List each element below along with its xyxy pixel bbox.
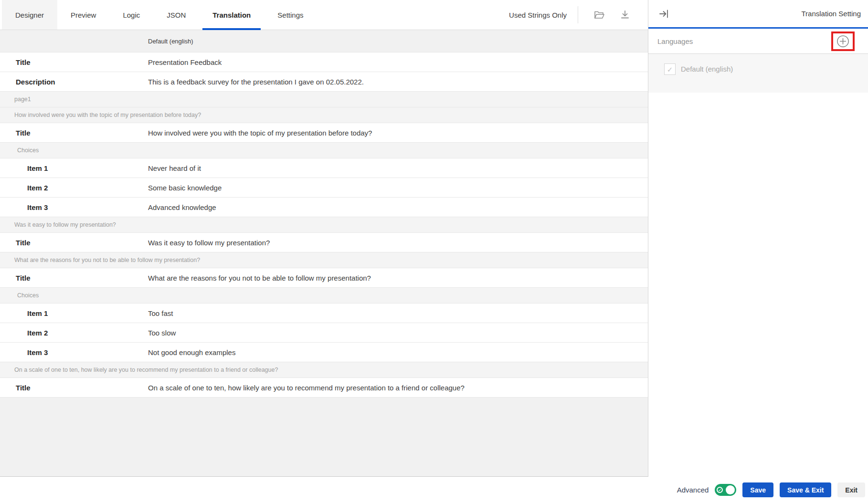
translation-row: Item 1Never heard of it: [0, 158, 648, 178]
group-label: How involved were you with the topic of …: [14, 112, 201, 118]
language-checkbox[interactable]: ✓: [664, 63, 676, 75]
survey-creator-app: DesignerPreviewLogicJSONTranslationSetti…: [0, 0, 868, 503]
group-label: On a scale of one to ten, how likely are…: [14, 367, 278, 373]
group-label: What are the reasons for you not to be a…: [14, 257, 200, 263]
row-label: Title: [0, 58, 148, 66]
translation-value-cell[interactable]: Advanced knowledge: [148, 203, 648, 211]
row-label: Item 2: [0, 184, 148, 192]
translation-row: TitleWas it easy to follow my presentati…: [0, 233, 648, 252]
tabs: DesignerPreviewLogicJSONTranslationSetti…: [2, 0, 317, 30]
toggle-knob: [726, 485, 735, 494]
translation-row: Item 3Not good enough examples: [0, 343, 648, 362]
translation-row: Item 3Advanced knowledge: [0, 198, 648, 217]
translation-value-cell[interactable]: Some basic knowledge: [148, 184, 648, 192]
translation-value-cell[interactable]: Not good enough examples: [148, 348, 648, 356]
collapse-panel-icon[interactable]: [658, 8, 669, 20]
exit-button[interactable]: Exit: [837, 482, 865, 497]
footer-bar: Advanced ✓ Save Save & Exit Exit: [0, 477, 868, 503]
translation-value-cell[interactable]: Was it easy to follow my presentation?: [148, 239, 648, 247]
group-label: page1: [14, 96, 31, 103]
group-label: Choices: [17, 292, 39, 299]
row-label: Item 2: [0, 329, 148, 337]
translation-value-cell[interactable]: On a scale of one to ten, how likely are…: [148, 384, 648, 392]
translation-value-cell[interactable]: Too fast: [148, 309, 648, 317]
translation-group-row: What are the reasons for you not to be a…: [0, 252, 648, 268]
translation-row: DescriptionThis is a feedback survey for…: [0, 72, 648, 92]
language-item-label: Default (english): [681, 63, 733, 75]
toolbar-divider: [578, 6, 578, 23]
translation-value-cell[interactable]: What are the reasons for you not to be a…: [148, 274, 648, 282]
toggle-check-icon: ✓: [717, 487, 723, 493]
group-label: Was it easy to follow my presentation?: [14, 221, 116, 228]
translation-value-cell[interactable]: Presentation Feedback: [148, 58, 648, 66]
checkmark-icon: ✓: [667, 66, 673, 73]
table-header-row: Default (english): [0, 30, 648, 52]
tab-label: Logic: [123, 11, 140, 19]
tab-label: JSON: [167, 11, 186, 19]
tab-preview[interactable]: Preview: [57, 0, 109, 30]
translation-group-row: Choices: [0, 288, 648, 304]
translation-row: TitlePresentation Feedback: [0, 52, 648, 72]
row-label: Item 3: [0, 203, 148, 211]
used-strings-only-button[interactable]: Used Strings Only: [509, 11, 567, 19]
translation-group-row: How involved were you with the topic of …: [0, 107, 648, 123]
language-list-item: ✓ Default (english): [648, 54, 868, 93]
row-label: Item 1: [0, 164, 148, 172]
translation-group-row: On a scale of one to ten, how likely are…: [0, 362, 648, 378]
translation-value-cell[interactable]: This is a feedback survey for the presen…: [148, 78, 648, 86]
table-rows: TitlePresentation FeedbackDescriptionThi…: [0, 52, 648, 398]
translation-value-cell[interactable]: Never heard of it: [148, 164, 648, 172]
row-label: Title: [0, 239, 148, 247]
row-label: Item 3: [0, 348, 148, 356]
open-folder-icon[interactable]: [593, 9, 605, 21]
row-label: Title: [0, 274, 148, 282]
translation-value-cell[interactable]: Too slow: [148, 329, 648, 337]
tab-settings[interactable]: Settings: [264, 0, 317, 30]
translation-settings-panel: Translation Setting Languages ✓: [648, 0, 868, 477]
row-label: Description: [0, 78, 148, 86]
translation-row: TitleOn a scale of one to ten, how likel…: [0, 378, 648, 398]
translation-group-row: page1: [0, 92, 648, 107]
panel-title: Translation Setting: [801, 10, 861, 18]
save-and-exit-button[interactable]: Save & Exit: [780, 482, 831, 497]
tab-json[interactable]: JSON: [153, 0, 199, 30]
translation-value-cell[interactable]: How involved were you with the topic of …: [148, 129, 648, 137]
advanced-toggle[interactable]: ✓: [715, 484, 736, 496]
tab-label: Designer: [15, 11, 44, 19]
advanced-label: Advanced: [677, 486, 709, 494]
add-language-icon[interactable]: [836, 35, 849, 48]
toolbar: Used Strings Only: [509, 0, 648, 30]
row-label: Title: [0, 129, 148, 137]
languages-section-header: Languages: [648, 29, 868, 54]
content-area: DesignerPreviewLogicJSONTranslationSetti…: [0, 0, 868, 477]
tab-designer[interactable]: Designer: [2, 0, 57, 30]
tab-logic[interactable]: Logic: [109, 0, 153, 30]
translation-table: Default (english) TitlePresentation Feed…: [0, 30, 648, 398]
row-label: Item 1: [0, 309, 148, 317]
panel-header: Translation Setting: [648, 0, 868, 29]
translation-row: TitleWhat are the reasons for you not to…: [0, 268, 648, 288]
languages-label: Languages: [657, 37, 693, 45]
row-label: Title: [0, 384, 148, 392]
tab-bar: DesignerPreviewLogicJSONTranslationSetti…: [0, 0, 648, 30]
tab-label: Settings: [277, 11, 303, 19]
default-language-column-header: Default (english): [148, 38, 648, 45]
save-button[interactable]: Save: [742, 482, 773, 497]
translation-row: Item 2Some basic knowledge: [0, 178, 648, 198]
tab-label: Preview: [71, 11, 96, 19]
tab-label: Translation: [212, 11, 251, 19]
translation-group-row: Was it easy to follow my presentation?: [0, 217, 648, 233]
tab-translation[interactable]: Translation: [199, 0, 264, 30]
translation-row: TitleHow involved were you with the topi…: [0, 123, 648, 143]
group-label: Choices: [17, 147, 39, 154]
translation-main-panel: DesignerPreviewLogicJSONTranslationSetti…: [0, 0, 648, 477]
highlight-box: [831, 31, 855, 51]
translation-row: Item 2Too slow: [0, 323, 648, 343]
download-icon[interactable]: [619, 9, 631, 21]
translation-row: Item 1Too fast: [0, 304, 648, 323]
translation-group-row: Choices: [0, 143, 648, 158]
